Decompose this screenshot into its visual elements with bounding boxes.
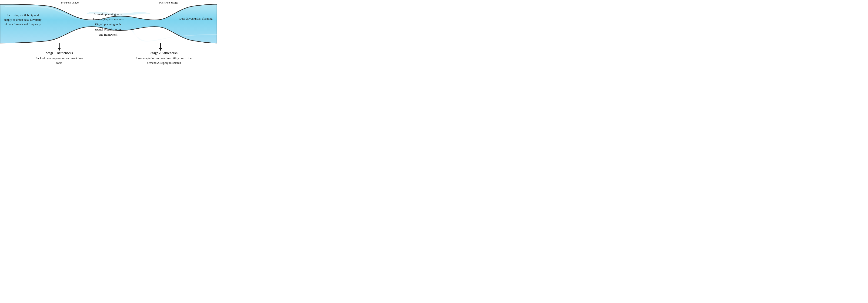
center-line-4: Spatial Models, SDSS [77, 27, 140, 32]
stage1-title: Stage 1 Bottlenecks [36, 51, 83, 55]
post-pss-label: Post-PSS usage [154, 0, 184, 5]
diagram-container: Pre-PSS usage Post-PSS usage Increasing … [0, 0, 217, 76]
stage2-title: Stage 2 Bottlenecks [138, 51, 190, 55]
svg-marker-1 [58, 48, 61, 51]
svg-marker-3 [159, 48, 162, 51]
right-description: Data driven urban planning [177, 16, 215, 21]
pre-pss-label: Pre-PSS usage [56, 0, 84, 5]
center-line-2: Planning support systems [77, 17, 140, 22]
center-line-5: and framework [77, 32, 140, 37]
center-line-1: Scenario planning tools [77, 12, 140, 17]
stage2-body: Low adaptation and realtime utility due … [136, 56, 192, 65]
center-tools-list: Scenario planning tools Planning support… [77, 12, 140, 37]
left-description: Increasing availability and supply of ur… [2, 13, 43, 27]
stage1-body: Lack of data preparation and workflow to… [33, 56, 86, 65]
center-line-3: Digital planning tools [77, 22, 140, 27]
